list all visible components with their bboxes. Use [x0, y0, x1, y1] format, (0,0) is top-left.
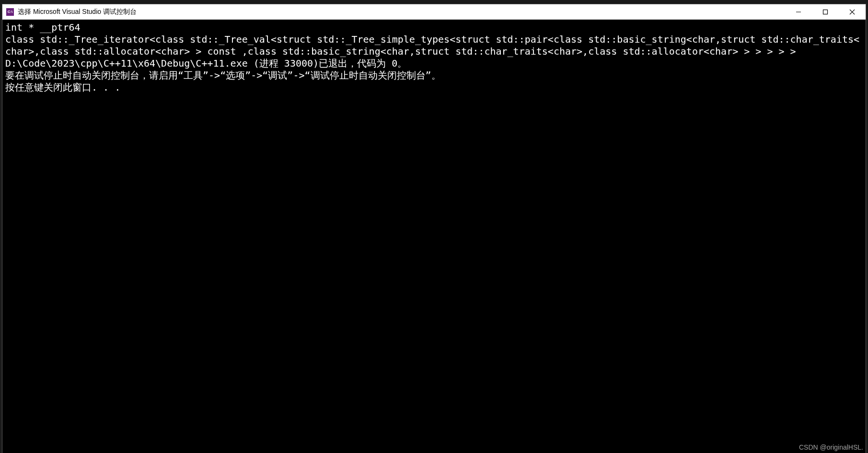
- window-controls: [785, 4, 866, 19]
- svg-rect-1: [823, 10, 828, 14]
- minimize-icon: [796, 9, 801, 15]
- watermark: CSDN @originalHSL.: [799, 443, 863, 451]
- console-output[interactable]: int * __ptr64class std::_Tree_iterator<c…: [2, 20, 866, 453]
- console-line: int * __ptr64: [5, 22, 863, 34]
- console-line: 按任意键关闭此窗口. . .: [5, 81, 863, 93]
- app-icon: C:\: [6, 8, 14, 16]
- console-window: C:\ 选择 Microsoft Visual Studio 调试控制台 int…: [2, 4, 866, 453]
- maximize-button[interactable]: [812, 4, 839, 19]
- window-title: 选择 Microsoft Visual Studio 调试控制台: [18, 8, 785, 16]
- title-bar[interactable]: C:\ 选择 Microsoft Visual Studio 调试控制台: [2, 4, 866, 20]
- console-line: class std::_Tree_iterator<class std::_Tr…: [5, 34, 863, 58]
- minimize-button[interactable]: [785, 4, 812, 19]
- maximize-icon: [822, 9, 828, 15]
- close-button[interactable]: [839, 4, 866, 19]
- close-icon: [849, 9, 855, 15]
- console-line: 要在调试停止时自动关闭控制台，请启用“工具”->“选项”->“调试”->“调试停…: [5, 70, 863, 81]
- console-line: D:\Code\2023\cpp\C++11\x64\Debug\C++11.e…: [5, 58, 863, 70]
